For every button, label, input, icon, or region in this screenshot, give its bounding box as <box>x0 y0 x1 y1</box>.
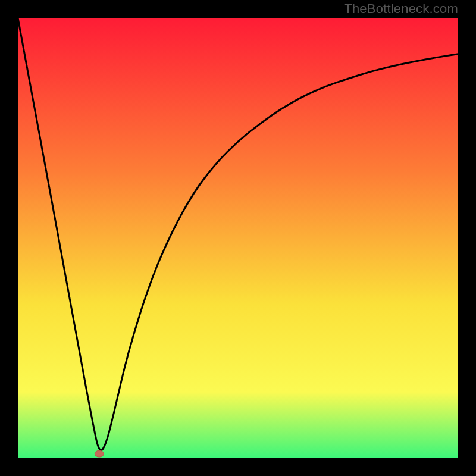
plot-svg <box>18 18 458 458</box>
gradient-background <box>18 18 458 458</box>
plot-area <box>18 18 458 458</box>
chart-frame: TheBottleneck.com <box>0 0 476 476</box>
watermark-text: TheBottleneck.com <box>344 1 458 17</box>
optimal-point-marker <box>95 450 104 457</box>
